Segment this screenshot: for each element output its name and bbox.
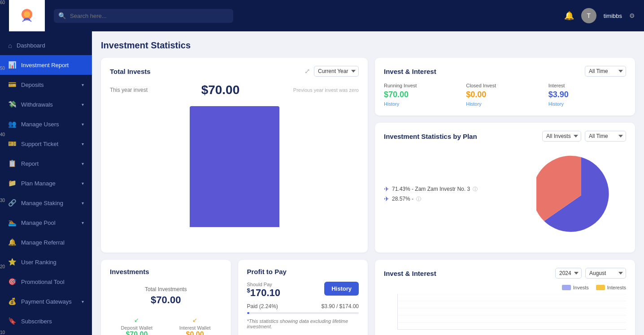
- year-dropdown[interactable]: 2022 2023 2024: [555, 268, 582, 279]
- total-invests-header: Total Invests ⤢ Current Year Last Year A…: [110, 66, 359, 77]
- settings-section-label: SETTINGS: [0, 331, 92, 335]
- svg-point-2: [24, 11, 30, 17]
- sidebar-arrow-withdrawals: ▾: [82, 102, 84, 107]
- legend-label-2: 28.57% -: [392, 196, 413, 202]
- sidebar-item-support-ticket[interactable]: 🎫 Support Ticket ▾: [0, 134, 92, 154]
- sidebar: ⌂ Dashboard 📊 Investment Report 💳 Deposi…: [0, 31, 92, 335]
- history-button[interactable]: History: [324, 282, 359, 296]
- interest-history[interactable]: History: [548, 101, 564, 107]
- sidebar-label-user-ranking: User Ranking: [21, 259, 84, 266]
- legend-invests-rect: [562, 285, 571, 290]
- year-dropdowns: 2022 2023 2024 JanuaryFebruaryMarch Apri…: [555, 268, 626, 279]
- sidebar-icon-deposits: 💳: [8, 81, 17, 89]
- stats-by-plan-dropdown1[interactable]: All Invests Running Closed: [542, 131, 581, 142]
- invest-interest-bottom-header: Invest & Interest 2022 2023 2024 January…: [384, 268, 626, 279]
- sidebar-item-manage-users[interactable]: 👥 Manage Users ▾: [0, 114, 92, 134]
- expand-icon[interactable]: ⤢: [305, 67, 310, 75]
- deposit-wallet-label: Deposit Wallet: [110, 325, 164, 331]
- month-dropdown[interactable]: JanuaryFebruaryMarch AprilMayJune JulyAu…: [585, 268, 626, 279]
- profit-to-pay-header: Profit to Pay: [247, 268, 359, 275]
- search-input[interactable]: [54, 9, 233, 23]
- progress-bar-fill: [247, 312, 250, 314]
- chart-container: 60 50 40 30 20 10: [384, 294, 626, 330]
- total-investments-amount: $70.00: [110, 294, 222, 306]
- sidebar-item-manage-staking[interactable]: 🔗 Manage Staking ▾: [0, 193, 92, 213]
- sidebar-icon-plan-manage: 📁: [8, 179, 17, 187]
- invest-interest-dropdown[interactable]: All Time This Month This Year: [585, 66, 626, 77]
- legend-invests-label: Invests: [573, 285, 589, 290]
- sidebar-item-subscribers[interactable]: 🔖 Subscribers: [0, 311, 92, 331]
- interest-wallet-amount: $0.00: [168, 331, 222, 335]
- legend-label-1: 71.43% - Zam Zam Investr No. 3: [392, 186, 470, 192]
- sidebar-item-investment-report[interactable]: 📊 Investment Report: [0, 55, 92, 75]
- invest-interest-bottom-title: Invest & Interest: [384, 270, 436, 277]
- sidebar-label-support-ticket: Support Ticket: [21, 141, 77, 147]
- paid-row: Paid (2.24%) $3.90 / $174.00: [247, 303, 359, 309]
- sidebar-arrow-manage-users: ▾: [82, 122, 84, 127]
- legend-invests: Invests: [562, 285, 589, 290]
- should-pay-label: Should Pay: [247, 282, 281, 287]
- sidebar-label-plan-manage: Plan Manage: [21, 180, 77, 187]
- invest-interest-card: Invest & Interest All Time This Month Th…: [375, 58, 635, 116]
- investments-card: Investments Total Investments $70.00 ↙ D…: [101, 260, 231, 335]
- profit-info: Should Pay $170.10 History: [247, 282, 359, 299]
- sidebar-label-dashboard: Dashboard: [17, 42, 84, 49]
- wallet-row: ↙ Deposit Wallet $70.00 100.00% ↙ Intere…: [110, 316, 222, 335]
- total-invests-card: Total Invests ⤢ Current Year Last Year A…: [101, 58, 368, 253]
- this-year-label: This year invest: [110, 87, 148, 93]
- sidebar-icon-subscribers: 🔖: [8, 317, 17, 325]
- info-icon-2[interactable]: ⓘ: [416, 196, 421, 202]
- prev-year-note: Previous year invest was zero: [293, 87, 359, 93]
- bell-icon[interactable]: 🔔: [564, 11, 574, 21]
- search-icon: 🔍: [58, 12, 66, 19]
- logo: [9, 0, 45, 31]
- profit-to-pay-card: Profit to Pay Should Pay $170.10 History…: [238, 260, 368, 335]
- plane-icon-2: ✈: [384, 195, 389, 202]
- total-invests-info: This year invest $70.00 Previous year in…: [110, 83, 359, 97]
- info-icon-1[interactable]: ⓘ: [473, 186, 478, 193]
- sidebar-arrow-report: ▾: [82, 161, 84, 166]
- closed-invest-history[interactable]: History: [466, 101, 481, 107]
- sidebar-item-promotional-tool[interactable]: 🎯 Promotional Tool: [0, 272, 92, 292]
- total-investments-label: Total Investments: [110, 286, 222, 292]
- sidebar-item-manage-pool[interactable]: 🏊 Manage Pool ▾: [0, 213, 92, 232]
- running-invest-history[interactable]: History: [384, 101, 399, 107]
- interest-wallet-label: Interest Wallet: [168, 325, 222, 331]
- sidebar-item-deposits[interactable]: 💳 Deposits ▾: [0, 75, 92, 94]
- sidebar-icon-withdrawals: 💸: [8, 100, 17, 108]
- sidebar-item-withdrawals[interactable]: 💸 Withdrawals ▾: [0, 94, 92, 114]
- sidebar-icon-support-ticket: 🎫: [8, 140, 17, 148]
- sidebar-item-manage-referral[interactable]: 🔔 Manage Referral: [0, 232, 92, 252]
- paid-label: Paid (2.24%): [247, 303, 278, 309]
- invest-interest-title: Invest & Interest: [384, 68, 436, 75]
- closed-invest-amount: $0.00: [466, 90, 544, 99]
- logo-icon: [16, 4, 38, 27]
- sidebar-label-subscribers: Subscribers: [21, 318, 84, 325]
- sidebar-label-manage-staking: Manage Staking: [21, 200, 77, 206]
- deposit-arrow: ↙: [134, 317, 139, 323]
- investments-stat: Total Investments $70.00: [110, 282, 222, 310]
- legend-item-1: ✈ 71.43% - Zam Zam Investr No. 3 ⓘ: [384, 185, 527, 193]
- sidebar-label-deposits: Deposits: [21, 82, 77, 88]
- sidebar-item-report[interactable]: 📋 Report ▾: [0, 154, 92, 173]
- sidebar-icon-report: 📋: [8, 159, 17, 168]
- invest-interest-bottom-card: Invest & Interest 2022 2023 2024 January…: [375, 260, 635, 335]
- stats-dropdowns: All Invests Running Closed All Time This…: [542, 131, 626, 142]
- legend-interests: Interests: [596, 285, 626, 290]
- running-invest-label: Running Invest: [384, 83, 461, 88]
- sidebar-item-user-ranking[interactable]: ⭐ User Ranking: [0, 252, 92, 272]
- sidebar-icon-dashboard: ⌂: [8, 42, 12, 49]
- user-settings-icon[interactable]: ⚙: [629, 12, 635, 19]
- deposit-wallet-block: ↙ Deposit Wallet $70.00 100.00%: [110, 316, 164, 335]
- bottom-legend: Invests Interests: [384, 285, 626, 290]
- sidebar-item-plan-manage[interactable]: 📁 Plan Manage ▾: [0, 173, 92, 193]
- sidebar-arrow-manage-pool: ▾: [82, 220, 84, 225]
- interest-block: Interest $3.90 History: [548, 83, 626, 107]
- sidebar-item-payment-gateways[interactable]: 💰 Payment Gateways ▾: [0, 292, 92, 311]
- sidebar-icon-manage-users: 👥: [8, 120, 17, 128]
- stats-by-plan-card: Investment Statistics by Plan All Invest…: [375, 123, 635, 253]
- sidebar-item-dashboard[interactable]: ⌂ Dashboard: [0, 36, 92, 55]
- stats-by-plan-dropdown2[interactable]: All Time This Month This Year: [585, 131, 626, 142]
- total-invests-title: Total Invests: [110, 68, 151, 75]
- total-invests-dropdown[interactable]: Current Year Last Year All Time: [314, 66, 359, 77]
